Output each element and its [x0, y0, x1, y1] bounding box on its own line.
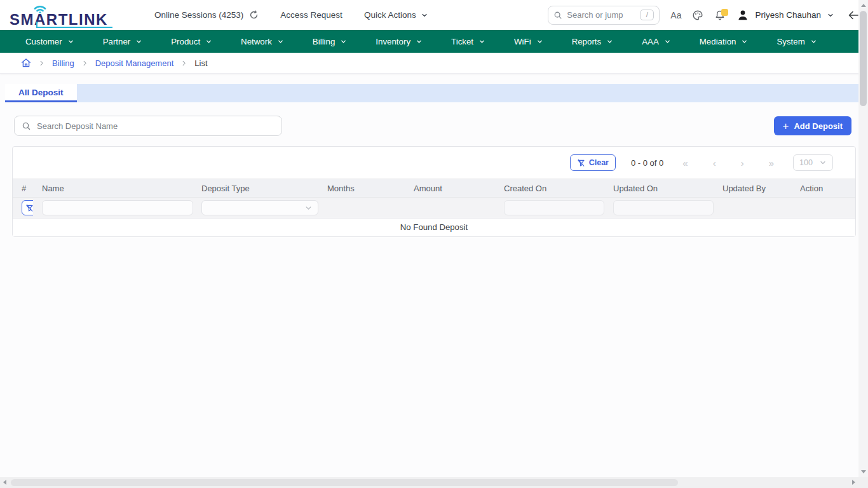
user-menu[interactable]: Priyesh Chauhan	[736, 9, 834, 22]
avatar	[736, 9, 749, 22]
nav-item-system[interactable]: System	[776, 37, 817, 46]
filter-off-icon	[577, 159, 585, 167]
quick-actions-label: Quick Actions	[364, 10, 416, 20]
breadcrumb-current-list: List	[194, 58, 207, 68]
back-arrow-button[interactable]	[848, 10, 859, 20]
nav-item-mediation[interactable]: Mediation	[700, 37, 749, 46]
theme-palette-icon[interactable]	[692, 10, 703, 21]
chevron-right-icon	[38, 60, 45, 67]
user-name: Priyesh Chauhan	[755, 10, 821, 20]
text-size-toggle[interactable]: Aa	[670, 10, 681, 20]
chevron-down-icon	[205, 38, 212, 45]
nav-label: Reports	[572, 37, 602, 46]
nav-item-aaa[interactable]: AAA	[642, 37, 671, 46]
wifi-signal-icon	[30, 3, 50, 16]
vertical-scrollbar[interactable]	[858, 0, 868, 477]
first-page-button[interactable]: «	[682, 158, 688, 168]
nav-label: Network	[241, 37, 272, 46]
global-search-input[interactable]	[567, 10, 625, 20]
top-links: Online Sessions (4253) Access Request Qu…	[154, 10, 428, 20]
nav-item-partner[interactable]: Partner	[103, 37, 143, 46]
chevron-down-icon	[810, 38, 817, 45]
filter-off-icon	[25, 204, 34, 212]
search-icon	[22, 121, 31, 131]
empty-message: No Found Deposit	[13, 219, 855, 236]
nav-item-reports[interactable]: Reports	[572, 37, 614, 46]
deposit-search-box[interactable]	[14, 116, 282, 136]
access-request-link[interactable]: Access Request	[280, 10, 342, 20]
chevron-down-icon	[606, 38, 613, 45]
chevron-down-icon	[827, 11, 834, 19]
clear-filters-button[interactable]: Clear	[570, 154, 616, 171]
column-header-amount: Amount	[405, 179, 495, 198]
deposit-search-input[interactable]	[37, 121, 275, 131]
column-header-months: Months	[318, 179, 405, 198]
top-right-controls: / Aa Priyesh Chauhan	[548, 6, 859, 25]
prev-page-button[interactable]: ‹	[713, 158, 716, 168]
clear-label: Clear	[589, 158, 609, 167]
scroll-up-arrow[interactable]	[861, 4, 866, 7]
slash-shortcut-badge: /	[640, 10, 654, 20]
table-header-row: # Name Deposit Type Months Amount Create…	[13, 179, 855, 198]
deposit-table: # Name Deposit Type Months Amount Create…	[13, 179, 855, 236]
refresh-icon[interactable]	[249, 10, 259, 20]
notifications-bell-icon[interactable]	[714, 10, 726, 21]
main-navbar: Customer Partner Product Network Billing…	[0, 30, 868, 53]
tab-all-deposit[interactable]: All Deposit	[5, 84, 77, 102]
horizontal-scrollbar[interactable]	[0, 477, 858, 488]
global-search-box[interactable]: /	[548, 6, 660, 25]
last-page-button[interactable]: »	[769, 158, 774, 168]
scroll-left-arrow[interactable]	[3, 480, 6, 485]
scroll-down-arrow[interactable]	[861, 470, 866, 473]
top-header: SMARTLINK Online Sessions (4253) Access …	[0, 0, 868, 30]
nav-item-network[interactable]: Network	[241, 37, 284, 46]
page-size-select[interactable]: 100	[793, 154, 833, 171]
notification-badge	[721, 9, 728, 16]
add-deposit-button[interactable]: + Add Deposit	[774, 116, 852, 135]
quick-actions-menu[interactable]: Quick Actions	[364, 10, 428, 20]
nav-label: Billing	[313, 37, 335, 46]
action-row: + Add Deposit	[14, 116, 854, 136]
scrollbar-corner	[858, 477, 868, 488]
plus-icon: +	[783, 121, 789, 132]
nav-item-inventory[interactable]: Inventory	[376, 37, 423, 46]
nav-item-ticket[interactable]: Ticket	[451, 37, 485, 46]
chevron-down-icon	[416, 38, 423, 45]
column-header-index: #	[13, 179, 33, 198]
logo-wordmark: SMARTLINK	[10, 11, 108, 28]
nav-label: AAA	[642, 37, 659, 46]
online-sessions-label: Online Sessions (4253)	[154, 10, 243, 20]
home-icon[interactable]	[21, 58, 31, 68]
table-toolbar: Clear 0 - 0 of 0 « ‹ › » 100	[13, 147, 855, 179]
horizontal-scroll-thumb[interactable]	[11, 479, 678, 486]
nav-item-wifi[interactable]: WiFi	[514, 37, 543, 46]
chevron-down-icon	[536, 38, 543, 45]
nav-item-customer[interactable]: Customer	[25, 37, 74, 46]
nav-label: Customer	[25, 37, 62, 46]
breadcrumb-link-deposit-management[interactable]: Deposit Management	[95, 58, 174, 68]
nav-label: Product	[171, 37, 200, 46]
column-header-name: Name	[33, 179, 193, 198]
chevron-down-icon	[304, 204, 313, 212]
deposit-type-filter-select[interactable]	[201, 200, 318, 215]
page-size-value: 100	[799, 158, 813, 167]
logo-underline-stub	[36, 22, 37, 28]
pagination-controls: « ‹ › »	[682, 158, 774, 168]
chevron-right-icon	[81, 60, 88, 67]
nav-item-product[interactable]: Product	[171, 37, 212, 46]
chevron-down-icon	[819, 159, 827, 166]
column-header-created-on: Created On	[495, 179, 604, 198]
nav-label: WiFi	[514, 37, 531, 46]
vertical-scroll-thumb[interactable]	[860, 11, 867, 106]
created-on-filter-input[interactable]	[504, 200, 604, 215]
chevron-right-icon	[180, 60, 187, 67]
breadcrumb-link-billing[interactable]: Billing	[52, 58, 74, 68]
chevron-down-icon	[664, 38, 671, 45]
chevron-down-icon	[67, 38, 74, 45]
name-filter-input[interactable]	[42, 200, 193, 215]
scroll-right-arrow[interactable]	[852, 480, 855, 485]
smartlink-logo[interactable]: SMARTLINK	[10, 3, 116, 28]
nav-item-billing[interactable]: Billing	[313, 37, 347, 46]
next-page-button[interactable]: ›	[741, 158, 744, 168]
updated-on-filter-input[interactable]	[613, 200, 714, 215]
